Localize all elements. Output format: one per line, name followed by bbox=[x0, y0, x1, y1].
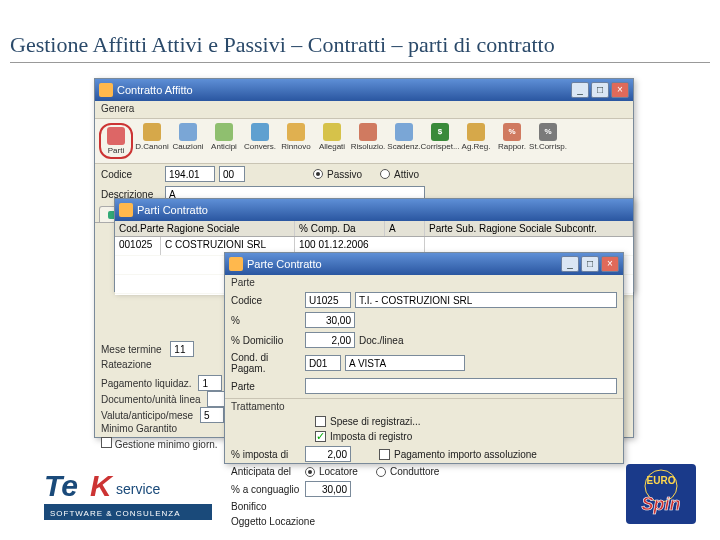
minimize-button[interactable]: _ bbox=[571, 82, 589, 98]
input-condpag[interactable] bbox=[305, 355, 341, 371]
toolbar-parti[interactable]: Parti bbox=[99, 123, 133, 159]
label-codice: Codice bbox=[101, 169, 161, 180]
svg-text:Te: Te bbox=[44, 469, 78, 502]
maximize-button[interactable]: □ bbox=[581, 256, 599, 272]
grid-header: Cod.Parte Ragione Sociale % Comp. Da A P… bbox=[115, 221, 633, 237]
input-codice-b[interactable] bbox=[219, 166, 245, 182]
logo-service-text: service bbox=[116, 481, 161, 497]
toolbar: Parti D.Canoni Cauzioni Anticipi Convers… bbox=[95, 119, 633, 164]
label-parte2: Parte bbox=[231, 381, 301, 392]
toolbar-stcorrisp[interactable]: %St.Corrisp. bbox=[531, 123, 565, 159]
input-domicilio[interactable] bbox=[305, 332, 355, 348]
scadenz-icon bbox=[395, 123, 413, 141]
cauzioni-icon bbox=[179, 123, 197, 141]
dollar-icon: $ bbox=[431, 123, 449, 141]
row-codice: Codice Passivo Attivo bbox=[95, 164, 633, 184]
label-codice: Codice bbox=[231, 295, 301, 306]
input-conc[interactable] bbox=[305, 481, 351, 497]
app-icon bbox=[119, 203, 133, 217]
col-sub[interactable]: Parte Sub. Ragione Sociale Subcontr. bbox=[425, 221, 633, 236]
toolbar-rinnovo[interactable]: Rinnovo bbox=[279, 123, 313, 159]
col-ragione[interactable]: Cod.Parte Ragione Sociale bbox=[115, 221, 295, 236]
toolbar-corrispet[interactable]: $Corrispet... bbox=[423, 123, 457, 159]
percent-icon: % bbox=[503, 123, 521, 141]
menubar[interactable]: Genera bbox=[95, 101, 633, 119]
group-trattamento: Trattamento bbox=[225, 398, 623, 414]
input-valuta[interactable] bbox=[200, 407, 224, 423]
agreg-icon bbox=[467, 123, 485, 141]
maximize-button[interactable]: □ bbox=[591, 82, 609, 98]
label-doclinea: Doc./linea bbox=[359, 335, 403, 346]
row-valuta: Valuta/anticipo/mese bbox=[101, 407, 224, 423]
logo-eurospin: EURO Spin bbox=[626, 464, 696, 524]
toolbar-scadenz[interactable]: Scadenz. bbox=[387, 123, 421, 159]
toolbar-rappor[interactable]: %Rappor. bbox=[495, 123, 529, 159]
label-conc: % a conguaglio bbox=[231, 484, 301, 495]
toolbar-allegati[interactable]: Allegati bbox=[315, 123, 349, 159]
input-impdi[interactable] bbox=[305, 446, 351, 462]
chk-gestmin: Gestione minimo giorn. bbox=[101, 437, 218, 450]
input-codice-a[interactable] bbox=[165, 166, 215, 182]
logo-tekservice: Te K service SOFTWARE & CONSULENZA bbox=[44, 468, 214, 524]
window-title: Contratto Affitto bbox=[117, 84, 193, 96]
checkbox-imposta[interactable] bbox=[315, 431, 326, 442]
app-icon bbox=[99, 83, 113, 97]
input-codice[interactable] bbox=[305, 292, 351, 308]
window-parte-contratto: Parte Contratto _ □ × Parte Codice % % D… bbox=[224, 252, 624, 464]
titlebar-parte[interactable]: Parte Contratto _ □ × bbox=[225, 253, 623, 275]
input-condpag-txt[interactable] bbox=[345, 355, 465, 371]
label-anticipata: Anticipata del bbox=[231, 466, 301, 477]
canoni-icon bbox=[143, 123, 161, 141]
label-condpag: Cond. di Pagam. bbox=[231, 352, 301, 374]
toolbar-agreg[interactable]: Ag.Reg. bbox=[459, 123, 493, 159]
toolbar-anticipi[interactable]: Anticipi bbox=[207, 123, 241, 159]
checkbox-spese[interactable] bbox=[315, 416, 326, 427]
titlebar-contratto[interactable]: Contratto Affitto _ □ × bbox=[95, 79, 633, 101]
radio-conduttore[interactable] bbox=[376, 467, 386, 477]
input-codice-txt[interactable] bbox=[355, 292, 617, 308]
label-oggetto: Oggetto Locazione bbox=[231, 516, 321, 527]
label-impdi: % imposta di bbox=[231, 449, 301, 460]
toolbar-risoluzione[interactable]: Risoluzio. bbox=[351, 123, 385, 159]
people-icon bbox=[107, 127, 125, 145]
label-mese: Mese termine bbox=[101, 341, 194, 357]
svg-text:Spin: Spin bbox=[642, 494, 681, 514]
col-compda[interactable]: % Comp. Da bbox=[295, 221, 385, 236]
titlebar-parti[interactable]: Parti Contratto bbox=[115, 199, 633, 221]
toolbar-convers[interactable]: Convers. bbox=[243, 123, 277, 159]
percent2-icon: % bbox=[539, 123, 557, 141]
svg-text:EURO: EURO bbox=[647, 475, 676, 486]
minimize-button[interactable]: _ bbox=[561, 256, 579, 272]
radio-locatore[interactable] bbox=[305, 467, 315, 477]
radio-passivo[interactable] bbox=[313, 169, 323, 179]
label-minimo: Minimo Garantito bbox=[101, 423, 177, 434]
slide-title: Gestione Affitti Attivi e Passivi – Cont… bbox=[10, 32, 710, 63]
window-title: Parti Contratto bbox=[137, 204, 208, 216]
toolbar-dcanoni[interactable]: D.Canoni bbox=[135, 123, 169, 159]
input-parte2[interactable] bbox=[305, 378, 617, 394]
label-rateazione: Rateazione bbox=[101, 359, 152, 370]
group-parte: Parte bbox=[225, 275, 623, 290]
label-bonifico: Bonifico bbox=[231, 501, 301, 512]
input-pagamento[interactable] bbox=[198, 375, 222, 391]
close-button[interactable]: × bbox=[601, 256, 619, 272]
svg-text:K: K bbox=[90, 469, 114, 502]
row-documento: Documento/unità linea bbox=[101, 391, 231, 407]
close-button[interactable]: × bbox=[611, 82, 629, 98]
window-title: Parte Contratto bbox=[247, 258, 322, 270]
anticipi-icon bbox=[215, 123, 233, 141]
input-mese[interactable] bbox=[170, 341, 194, 357]
row-pagamento: Pagamento liquidaz. bbox=[101, 375, 222, 391]
radio-attivo[interactable] bbox=[380, 169, 390, 179]
rinnovo-icon bbox=[287, 123, 305, 141]
label-pct: % bbox=[231, 315, 301, 326]
allegati-icon bbox=[323, 123, 341, 141]
input-pct[interactable] bbox=[305, 312, 355, 328]
checkbox-pagimp[interactable] bbox=[379, 449, 390, 460]
col-a[interactable]: A bbox=[385, 221, 425, 236]
svg-text:SOFTWARE & CONSULENZA: SOFTWARE & CONSULENZA bbox=[50, 509, 181, 518]
toolbar-cauzioni[interactable]: Cauzioni bbox=[171, 123, 205, 159]
app-icon bbox=[229, 257, 243, 271]
checkbox-gestmin[interactable] bbox=[101, 437, 112, 448]
risoluz-icon bbox=[359, 123, 377, 141]
